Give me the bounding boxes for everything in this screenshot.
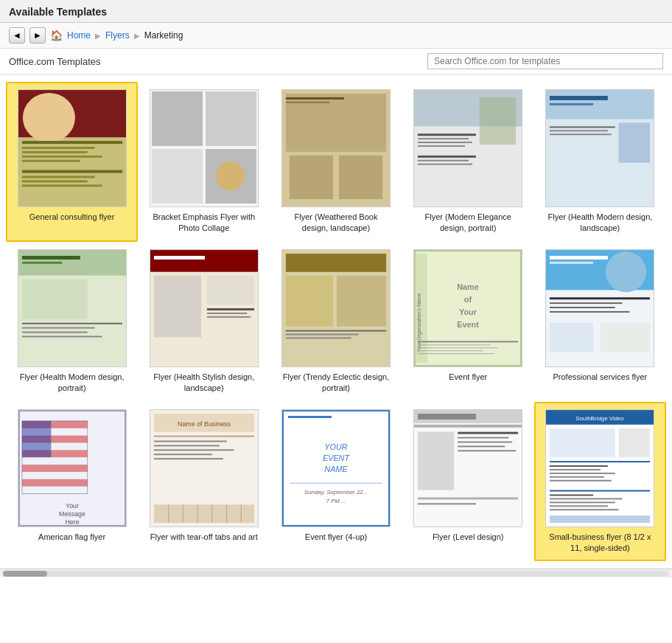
svg-rect-125 [290,482,382,483]
svg-rect-5 [22,151,88,153]
breadcrumb-flyers[interactable]: Flyers [105,30,130,41]
svg-text:7 PM ...: 7 PM ... [326,498,346,504]
template-item-trendy-eclectic[interactable]: Flyer (Trendy Eclectic design, portrait) [270,242,402,402]
svg-rect-110 [154,453,212,455]
template-item-health-modern-pt[interactable]: Flyer (Health Modern design, portrait) [6,242,138,402]
svg-rect-15 [152,149,203,204]
source-label: Office.com Templates [9,56,101,67]
svg-rect-57 [207,313,247,314]
svg-rect-152 [550,494,593,496]
svg-rect-49 [22,331,88,333]
svg-rect-88 [550,311,630,313]
template-item-general-consulting[interactable]: General consulting flyer [6,82,138,242]
template-item-health-stylish[interactable]: Flyer (Health Stylish design, landscape) [138,242,270,402]
svg-rect-148 [550,472,615,473]
svg-rect-157 [550,515,650,523]
toolbar: Office.com Templates [0,49,672,74]
svg-rect-54 [154,275,201,337]
template-item-modern-elegance[interactable]: Flyer (Modern Elegance design, portrait) [402,82,534,242]
template-item-health-modern-ls[interactable]: Flyer (Health Modern design, landscape) [534,82,666,242]
template-item-american-flag[interactable]: Your Message Here American flag flyer [6,402,138,562]
svg-point-2 [23,93,75,142]
svg-text:Message: Message [59,510,85,518]
svg-text:Name: Name [457,282,479,291]
svg-rect-10 [22,180,88,182]
back-button[interactable]: ◄ [9,27,25,44]
template-item-event-flyer[interactable]: Name of Your Event Your Organization's N… [402,242,534,402]
forward-button[interactable]: ► [29,27,46,44]
svg-text:Your: Your [459,307,477,316]
svg-rect-45 [22,262,62,264]
svg-rect-156 [550,509,619,510]
svg-rect-20 [290,156,333,199]
svg-rect-90 [601,323,650,352]
template-item-level-design[interactable]: Flyer (Level design) [402,402,534,562]
template-item-tearoff-tabs[interactable]: Name of Business Flyer with tear-off tab… [138,402,270,562]
svg-rect-145 [550,461,650,462]
svg-rect-32 [418,160,469,161]
svg-rect-155 [550,505,608,507]
svg-rect-98 [22,479,88,486]
home-icon[interactable]: 🏠 [50,29,63,41]
breadcrumb-home[interactable]: Home [67,30,91,41]
svg-rect-26 [480,97,516,145]
svg-rect-22 [286,97,344,100]
template-item-weathered-book[interactable]: Flyer (Weathered Book design, landscape) [270,82,402,242]
svg-text:Name of Business: Name of Business [178,420,231,427]
svg-rect-37 [550,103,593,105]
svg-rect-41 [619,122,650,162]
svg-text:Event: Event [457,319,479,328]
svg-rect-107 [154,440,227,442]
svg-rect-14 [206,91,256,146]
svg-rect-66 [286,337,351,338]
svg-text:NAME: NAME [324,464,348,473]
page-title: Available Templates [0,0,672,23]
svg-rect-9 [22,175,95,178]
svg-rect-40 [550,133,612,135]
template-label-level-design: Flyer (Level design) [433,532,504,543]
breadcrumb-sep-2: ▶ [134,32,140,40]
scrollbar-area [0,569,672,577]
svg-rect-53 [154,256,205,260]
svg-rect-146 [550,465,608,467]
svg-text:SouthBridge Video: SouthBridge Video [576,414,625,421]
template-item-small-biz[interactable]: SouthBridge Video Small-business flyer (… [534,402,666,562]
svg-rect-30 [418,145,465,147]
svg-rect-64 [286,330,386,331]
svg-rect-135 [458,441,512,442]
svg-rect-36 [550,96,608,100]
svg-rect-144 [619,428,650,456]
svg-rect-87 [550,307,615,308]
template-item-professional-services[interactable]: Professional services flyer [534,242,666,402]
svg-rect-111 [154,458,223,459]
search-input[interactable] [427,53,663,69]
svg-text:Your Organization's Name: Your Organization's Name [416,293,422,352]
svg-rect-139 [418,503,476,504]
svg-rect-33 [418,164,472,165]
svg-rect-63 [337,275,386,326]
scrollbar-thumb[interactable] [3,571,47,577]
template-item-event-4up[interactable]: YOUR EVENT NAME Sunday, September 22... … [270,402,402,562]
svg-text:of: of [464,295,472,304]
svg-rect-56 [207,308,254,310]
template-item-bracket-emphasis[interactable]: Bracket Emphasis Flyer with Photo Collag… [138,82,270,242]
svg-rect-23 [286,102,329,103]
svg-rect-99 [22,420,51,456]
svg-rect-4 [22,147,95,149]
scrollbar-track[interactable] [3,571,669,577]
template-label-weathered-book: Flyer (Weathered Book design, landscape) [281,212,391,234]
svg-rect-77 [418,347,498,348]
svg-rect-50 [22,336,102,337]
svg-rect-7 [22,160,80,162]
svg-rect-61 [286,254,386,272]
template-label-health-stylish: Flyer (Health Stylish design, landscape) [150,372,259,395]
svg-rect-131 [414,424,522,427]
svg-rect-46 [22,279,88,319]
svg-rect-28 [418,138,469,139]
template-label-event-flyer: Event flyer [449,372,487,383]
svg-text:Your: Your [66,502,79,510]
svg-rect-154 [550,501,615,503]
svg-rect-89 [550,323,593,352]
svg-rect-65 [286,333,359,335]
svg-text:Sunday, September 22...: Sunday, September 22... [304,488,368,495]
